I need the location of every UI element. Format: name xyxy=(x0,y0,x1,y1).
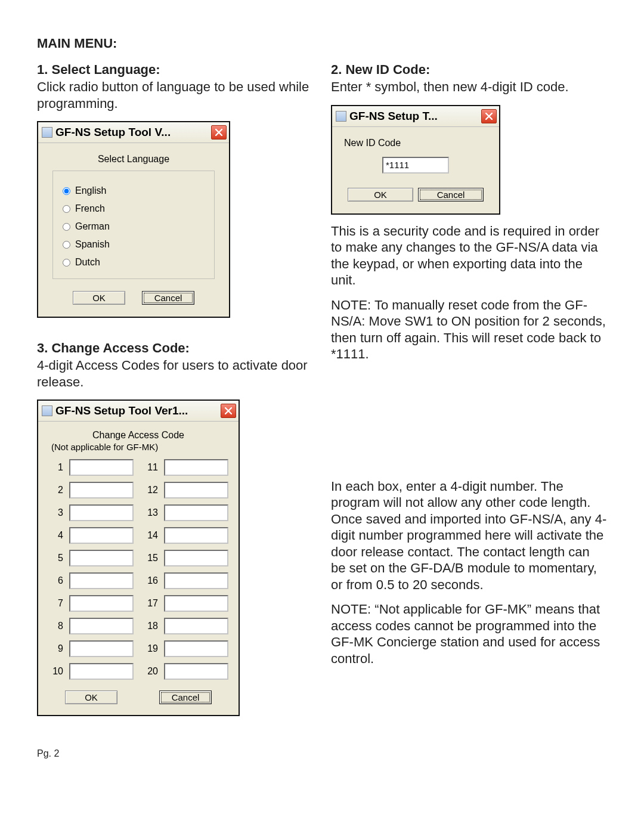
access-row-number: 10 xyxy=(48,666,64,677)
close-icon[interactable] xyxy=(481,109,497,123)
select-language-label: Select Language xyxy=(47,154,221,165)
access-code-input[interactable] xyxy=(164,482,228,498)
access-row-number: 11 xyxy=(139,462,159,473)
app-icon xyxy=(42,405,52,416)
access-code-input[interactable] xyxy=(164,640,228,657)
language-radio[interactable] xyxy=(63,241,70,249)
close-icon[interactable] xyxy=(221,404,236,418)
section-2-heading: 2. New ID Code: xyxy=(331,62,607,78)
access-row-number: 15 xyxy=(139,553,159,563)
id-code-input[interactable] xyxy=(382,157,449,174)
id-code-field-label: New ID Code xyxy=(344,138,491,148)
access-row-number: 19 xyxy=(139,643,159,654)
access-code-input[interactable] xyxy=(69,595,134,612)
access-code-input[interactable] xyxy=(164,572,228,589)
access-code-input[interactable] xyxy=(69,618,134,634)
access-row-number: 7 xyxy=(48,598,64,609)
access-row-number: 1 xyxy=(48,462,64,473)
access-row-number: 5 xyxy=(48,553,64,563)
new-id-code-dialog: GF-NS Setup T... New ID Code OK Cancel xyxy=(331,105,500,215)
language-radio[interactable] xyxy=(63,223,70,231)
language-radio[interactable] xyxy=(63,259,70,267)
language-option-label: German xyxy=(75,221,110,232)
dialog-title: GF-NS Setup T... xyxy=(349,110,481,123)
access-code-input[interactable] xyxy=(69,482,134,498)
language-option-label: Spanish xyxy=(75,239,110,250)
section-2-para-2: NOTE: To manually reset code from the GF… xyxy=(331,297,607,363)
page-number: Pg. 2 xyxy=(37,748,607,759)
section-1-heading: 1. Select Language: xyxy=(37,62,313,78)
close-icon[interactable] xyxy=(211,125,227,140)
language-option-label: Dutch xyxy=(75,257,100,268)
access-code-input[interactable] xyxy=(164,527,228,544)
access-row-number: 8 xyxy=(48,621,64,631)
language-groupbox: EnglishFrenchGermanSpanishDutch xyxy=(52,171,215,279)
titlebar: GF-NS Setup Tool Ver1... xyxy=(38,401,239,422)
access-row-number: 2 xyxy=(48,485,64,496)
titlebar: GF-NS Setup T... xyxy=(332,106,499,127)
access-code-input[interactable] xyxy=(164,459,228,476)
access-row-number: 13 xyxy=(139,507,159,518)
ok-button[interactable]: OK xyxy=(73,291,125,305)
app-icon xyxy=(336,111,346,122)
access-row-number: 17 xyxy=(139,598,159,609)
access-code-grid: 1112123134145156167178189191020 xyxy=(48,459,229,680)
dialog-title: GF-NS Setup Tool V... xyxy=(55,126,211,139)
language-option[interactable]: Dutch xyxy=(63,257,205,268)
access-code-input[interactable] xyxy=(164,504,228,521)
section-1-desc: Click radio button of language to be use… xyxy=(37,79,313,112)
access-code-input[interactable] xyxy=(69,527,134,544)
titlebar: GF-NS Setup Tool V... xyxy=(38,122,229,143)
access-code-input[interactable] xyxy=(69,459,134,476)
cancel-button[interactable]: Cancel xyxy=(418,188,484,202)
language-radio[interactable] xyxy=(63,187,70,195)
change-access-code-dialog: GF-NS Setup Tool Ver1... Change Access C… xyxy=(37,400,240,716)
language-option[interactable]: German xyxy=(63,221,205,232)
access-code-input[interactable] xyxy=(69,572,134,589)
access-code-input[interactable] xyxy=(69,504,134,521)
access-row-number: 3 xyxy=(48,507,64,518)
section-3-heading: 3. Change Access Code: xyxy=(37,340,313,356)
language-option[interactable]: Spanish xyxy=(63,239,205,250)
cancel-button[interactable]: Cancel xyxy=(142,291,194,305)
access-row-number: 12 xyxy=(139,485,159,496)
ok-button[interactable]: OK xyxy=(348,188,413,202)
access-row-number: 4 xyxy=(48,530,64,541)
access-code-input[interactable] xyxy=(69,640,134,657)
app-icon xyxy=(42,127,52,138)
main-menu-heading: MAIN MENU: xyxy=(37,36,607,51)
section-2-desc: Enter * symbol, then new 4-digit ID code… xyxy=(331,79,607,95)
access-row-number: 20 xyxy=(139,666,159,677)
language-option[interactable]: French xyxy=(63,203,205,214)
access-code-subheader: (Not applicable for GF-MK) xyxy=(51,442,231,452)
access-row-number: 6 xyxy=(48,575,64,586)
section-2-para-1: This is a security code and is required … xyxy=(331,223,607,289)
access-code-input[interactable] xyxy=(164,595,228,612)
language-option-label: French xyxy=(75,203,105,214)
access-code-input[interactable] xyxy=(164,550,228,566)
access-code-input[interactable] xyxy=(164,618,228,634)
access-code-input[interactable] xyxy=(164,663,228,680)
language-option[interactable]: English xyxy=(63,185,205,196)
access-row-number: 18 xyxy=(139,621,159,631)
language-radio[interactable] xyxy=(63,205,70,213)
access-row-number: 16 xyxy=(139,575,159,586)
ok-button[interactable]: OK xyxy=(65,690,117,704)
section-3-desc: 4-digit Access Codes for users to activa… xyxy=(37,357,313,390)
dialog-title: GF-NS Setup Tool Ver1... xyxy=(55,404,221,417)
access-row-number: 14 xyxy=(139,530,159,541)
access-code-input[interactable] xyxy=(69,550,134,566)
cancel-button[interactable]: Cancel xyxy=(159,690,212,704)
select-language-dialog: GF-NS Setup Tool V... Select Language En… xyxy=(37,121,230,318)
section-3-para-1: In each box, enter a 4-digit number. The… xyxy=(331,478,607,593)
access-row-number: 9 xyxy=(48,643,64,654)
section-3-para-2: NOTE: “Not applicable for GF-MK” means t… xyxy=(331,601,607,667)
language-option-label: English xyxy=(75,185,106,196)
access-code-input[interactable] xyxy=(69,663,134,680)
access-code-header: Change Access Code xyxy=(45,430,231,441)
